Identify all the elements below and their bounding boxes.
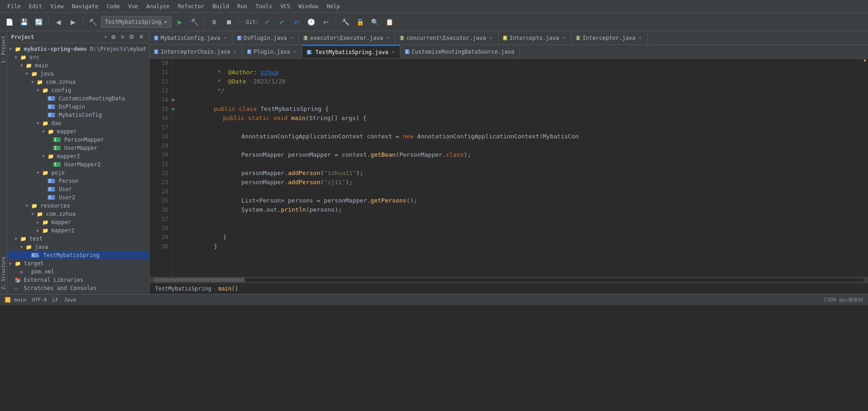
- menu-code[interactable]: Code: [103, 2, 124, 11]
- tree-item-ext-libs[interactable]: 📚 External Libraries: [7, 276, 149, 284]
- tree-item-src[interactable]: ▼ 📁 src: [7, 53, 149, 61]
- menu-file[interactable]: File: [4, 2, 24, 11]
- tree-item-root[interactable]: ▼ 📁 mybatis-spring-demo D:\Projects\myba…: [7, 45, 149, 53]
- tree-item-resources[interactable]: ▼ 📁 resources: [7, 202, 149, 210]
- menu-run[interactable]: Run: [234, 2, 251, 11]
- forward-button[interactable]: ▶: [66, 16, 79, 28]
- menu-vcs[interactable]: VCS: [276, 2, 294, 11]
- tab-plugin[interactable]: C Plugin.java ✕: [243, 45, 303, 59]
- tree-item-main[interactable]: ▼ 📁 main: [7, 61, 149, 70]
- tab-close-button[interactable]: ✕: [293, 49, 298, 55]
- code-content[interactable]: * @Author: zzhua * @Date 2023/1/28 */ pu…: [172, 59, 862, 277]
- tab-intercepts[interactable]: A Intercepts.java ✕: [498, 31, 571, 45]
- clipboard-button[interactable]: 📋: [383, 16, 396, 28]
- menu-help[interactable]: Help: [323, 2, 343, 11]
- tab-executor[interactable]: I executor\Executor.java ✕: [299, 31, 395, 45]
- tree-item-name: User2: [59, 194, 147, 201]
- tab-interceptorchain[interactable]: C InterceptorChain.java ✕: [149, 45, 243, 59]
- tree-item-pojo[interactable]: ▼ 📁 pojo: [7, 169, 149, 177]
- tree-item-name: Scratches and Consoles: [24, 285, 147, 291]
- tree-item-customize[interactable]: C CustomizeRoutingData: [7, 94, 149, 103]
- close-panel-button[interactable]: ✕: [138, 33, 145, 41]
- tree-item-test[interactable]: ▼ 📁 test: [7, 235, 149, 243]
- menu-build[interactable]: Build: [209, 2, 232, 11]
- git-history-button[interactable]: 🕐: [305, 16, 318, 28]
- menu-tools[interactable]: Tools: [252, 2, 276, 11]
- menu-navigate[interactable]: Navigate: [68, 2, 102, 11]
- tree-item-scratches[interactable]: ✏ Scratches and Consoles: [7, 284, 149, 292]
- new-file-button[interactable]: 📄: [3, 16, 16, 28]
- tree-item-user[interactable]: C User: [7, 185, 149, 193]
- tree-item-person[interactable]: C Person: [7, 177, 149, 185]
- tree-item-usermapper[interactable]: I UserMapper: [7, 144, 149, 152]
- run-arrow-icon[interactable]: ▶: [149, 95, 175, 104]
- tab-close-button[interactable]: ✕: [222, 35, 227, 41]
- tree-item-dsplugin[interactable]: C DsPlugin: [7, 103, 149, 111]
- collapse-all-button[interactable]: ≡: [119, 33, 126, 41]
- tab-interceptor[interactable]: I Interceptor.java ✕: [571, 31, 648, 45]
- menu-refactor[interactable]: Refactor: [174, 2, 208, 11]
- tree-item-test-java[interactable]: ▼ 📁 java: [7, 243, 149, 251]
- tree-item-name: com.zzhua: [46, 79, 147, 85]
- scrollbar-track[interactable]: [153, 278, 864, 282]
- menu-vue[interactable]: Vue: [124, 2, 142, 11]
- run-button[interactable]: ▶: [173, 16, 186, 28]
- tree-item-testmybatisspring[interactable]: C▶ TestMybatisSpring: [7, 251, 149, 259]
- run-arrow-icon[interactable]: ▶: [149, 104, 175, 114]
- git-rollback-button[interactable]: ↩: [320, 16, 332, 28]
- tree-item-user2[interactable]: C User2: [7, 193, 149, 202]
- menu-view[interactable]: View: [47, 2, 67, 11]
- undo-button[interactable]: 🔨: [86, 16, 99, 28]
- tree-item-res-mapper[interactable]: ▶ 📁 mapper: [7, 218, 149, 226]
- tools-button[interactable]: 🔧: [339, 16, 352, 28]
- tree-item-resources-com[interactable]: ▼ 📁 com.zzhua: [7, 210, 149, 218]
- tree-item-config[interactable]: ▼ 📁 config: [7, 86, 149, 94]
- tree-item-mapper2[interactable]: ▼ 📁 mapper2: [7, 152, 149, 160]
- tab-close-button[interactable]: ✕: [561, 35, 566, 41]
- git-commit-button[interactable]: ✔: [261, 16, 274, 28]
- tab-close-button[interactable]: ✕: [385, 35, 390, 41]
- back-button[interactable]: ◀: [52, 16, 65, 28]
- locate-file-button[interactable]: ⊕: [110, 33, 117, 41]
- settings-tree-button[interactable]: ⚙: [127, 33, 136, 41]
- tree-item-pom[interactable]: m pom.xml: [7, 268, 149, 276]
- code-editor[interactable]: 10 11 12 13 14 ▶ 15 ▶ 16 17 18 19 20 21 …: [149, 59, 868, 277]
- tab-dsplugin[interactable]: C DsPlugin.java ✕: [232, 31, 299, 45]
- menu-window[interactable]: Window: [295, 2, 322, 11]
- scrollbar-area[interactable]: [149, 277, 868, 283]
- tree-item-usermapper2[interactable]: I UserMapper2: [7, 160, 149, 169]
- tab-close-button[interactable]: ✕: [289, 35, 294, 41]
- tab-testmybatisspring[interactable]: C▶ TestMybatisSpring.java ✕: [302, 45, 400, 59]
- settings-button[interactable]: 🔒: [354, 16, 367, 28]
- project-panel-label[interactable]: 1: Project: [0, 31, 7, 68]
- run-config-dropdown[interactable]: TestMybatisSpring ▾: [101, 16, 171, 28]
- tab-customizeroutingdatasource[interactable]: C CustomizeRoutingDataSource.java: [400, 45, 519, 59]
- tree-item-mybatisconfig[interactable]: C MybatisConfig: [7, 111, 149, 119]
- tree-item-mapper[interactable]: ▼ 📁 mapper: [7, 127, 149, 136]
- stop-button[interactable]: ⏹: [222, 16, 235, 28]
- tree-item-res-mapper2[interactable]: ▶ 📁 mapper2: [7, 226, 149, 235]
- tab-close-button[interactable]: ✕: [391, 49, 396, 55]
- build-button[interactable]: 🔨: [188, 16, 201, 28]
- tree-item-personmapper[interactable]: I PersonMapper: [7, 136, 149, 144]
- structure-panel-label[interactable]: Z: Structure: [0, 252, 7, 294]
- suspend-button[interactable]: ⏸: [208, 16, 221, 28]
- tree-item-dao[interactable]: ▼ 📁 dao: [7, 119, 149, 127]
- tab-close-button[interactable]: ✕: [488, 35, 493, 41]
- tree-item-com-zzhua[interactable]: ▼ 📁 com.zzhua: [7, 78, 149, 86]
- tree-item-java-main[interactable]: ▼ 📁 java: [7, 70, 149, 78]
- tab-close-button[interactable]: ✕: [638, 35, 643, 41]
- tab-concurrent-executor[interactable]: I concurrent\Executor.java ✕: [395, 31, 498, 45]
- tab-close-button[interactable]: ✕: [232, 49, 238, 55]
- menu-edit[interactable]: Edit: [25, 2, 46, 11]
- tree-item-name: User: [59, 186, 147, 192]
- git-pull-button[interactable]: ⇄: [290, 16, 303, 28]
- tree-item-target[interactable]: ▶ 📁 target: [7, 259, 149, 268]
- scrollbar-thumb[interactable]: [153, 278, 245, 282]
- tab-mybatisconfig[interactable]: C MybatisConfig.java ✕: [149, 31, 232, 45]
- refresh-button[interactable]: 🔄: [32, 16, 45, 28]
- save-button[interactable]: 💾: [17, 16, 30, 28]
- git-push-button[interactable]: ✔: [276, 16, 288, 28]
- search-button[interactable]: 🔍: [369, 16, 381, 28]
- menu-analyze[interactable]: Analyze: [143, 2, 173, 11]
